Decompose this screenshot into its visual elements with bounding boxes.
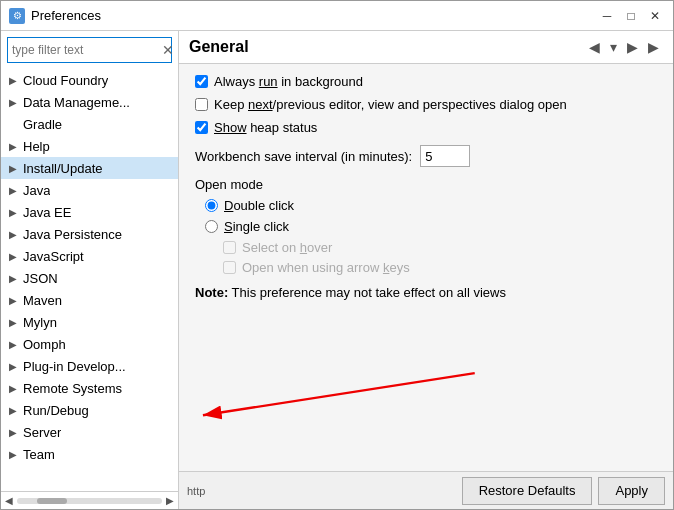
close-button[interactable]: ✕: [645, 7, 665, 25]
tree-arrow-icon: ▶: [9, 317, 21, 328]
tree-item-server[interactable]: ▶Server: [1, 421, 178, 443]
tree-item-label: Maven: [23, 293, 62, 308]
tree-item-team[interactable]: ▶Team: [1, 443, 178, 465]
checkbox-row-2: Keep next/previous editor, view and pers…: [195, 97, 657, 112]
tree-item-javapersistence[interactable]: ▶Java Persistence: [1, 223, 178, 245]
tree-item-cloudfoundry[interactable]: ▶Cloud Foundry: [1, 69, 178, 91]
content-area: ✕ ▶Cloud Foundry▶Data Manageme...Gradle▶…: [1, 31, 673, 509]
tree-arrow-icon: ▶: [9, 361, 21, 372]
bottom-buttons: Restore Defaults Apply: [462, 477, 665, 505]
tree-item-label: Cloud Foundry: [23, 73, 108, 88]
tree-item-maven[interactable]: ▶Maven: [1, 289, 178, 311]
search-box[interactable]: ✕: [7, 37, 172, 63]
radio-double-click: Double click: [205, 198, 657, 213]
open-mode-label: Open mode: [195, 177, 657, 192]
tree-item-rundebug[interactable]: ▶Run/Debug: [1, 399, 178, 421]
tree-item-oomph[interactable]: ▶Oomph: [1, 333, 178, 355]
right-header: General ◀ ▾ ▶ ▶: [179, 31, 673, 64]
open-arrow-keys-label: Open when using arrow keys: [242, 260, 410, 275]
double-click-radio[interactable]: [205, 199, 218, 212]
search-clear-icon[interactable]: ✕: [162, 43, 174, 57]
tree-item-mylyn[interactable]: ▶Mylyn: [1, 311, 178, 333]
tree-item-java[interactable]: ▶Java: [1, 179, 178, 201]
tree-item-installupdate[interactable]: ▶Install/Update: [1, 157, 178, 179]
tree-arrow-icon: ▶: [9, 449, 21, 460]
tree-arrow-icon: ▶: [9, 97, 21, 108]
nav-buttons: ◀ ▾ ▶ ▶: [585, 37, 663, 57]
tree-item-label: Team: [23, 447, 55, 462]
url-text: http: [187, 485, 205, 497]
tree-item-javaee[interactable]: ▶Java EE: [1, 201, 178, 223]
select-on-hover-row: Select on hover: [223, 240, 657, 255]
tree-item-label: Plug-in Develop...: [23, 359, 126, 374]
checkbox-row-1: Always run in background: [195, 74, 657, 89]
note-content: This preference may not take effect on a…: [232, 285, 506, 300]
scroll-track[interactable]: [17, 498, 162, 504]
tree-arrow-icon: ▶: [9, 339, 21, 350]
tree-arrow-icon: ▶: [9, 141, 21, 152]
always-run-label: Always run in background: [214, 74, 363, 89]
tree-item-datamanageme[interactable]: ▶Data Manageme...: [1, 91, 178, 113]
nav-forward-button[interactable]: ▶: [623, 37, 642, 57]
open-arrow-keys-row: Open when using arrow keys: [223, 260, 657, 275]
tree-item-label: JSON: [23, 271, 58, 286]
restore-defaults-button[interactable]: Restore Defaults: [462, 477, 593, 505]
tree-item-label: Oomph: [23, 337, 66, 352]
tree-item-label: Java Persistence: [23, 227, 122, 242]
tree-arrow-icon: ▶: [9, 427, 21, 438]
tree-item-label: JavaScript: [23, 249, 84, 264]
nav-forward2-button[interactable]: ▶: [644, 37, 663, 57]
checkbox-row-3: Show heap status: [195, 120, 657, 135]
double-click-label: Double click: [224, 198, 294, 213]
tree-item-gradle[interactable]: Gradle: [1, 113, 178, 135]
workbench-interval-input[interactable]: [420, 145, 470, 167]
sub-options: Select on hover Open when using arrow ke…: [223, 240, 657, 275]
tree-arrow-icon: ▶: [9, 273, 21, 284]
workbench-label: Workbench save interval (in minutes):: [195, 149, 412, 164]
window-title: Preferences: [31, 8, 591, 23]
tree-arrow-icon: ▶: [9, 75, 21, 86]
tree-item-label: Help: [23, 139, 50, 154]
tree-arrow-icon: ▶: [9, 185, 21, 196]
scroll-thumb[interactable]: [37, 498, 67, 504]
tree-arrow-icon: ▶: [9, 295, 21, 306]
workbench-save-row: Workbench save interval (in minutes):: [195, 145, 657, 167]
show-heap-checkbox[interactable]: [195, 121, 208, 134]
tree-arrow-icon: ▶: [9, 207, 21, 218]
window-controls: ─ □ ✕: [597, 7, 665, 25]
nav-dropdown-button[interactable]: ▾: [606, 37, 621, 57]
tree-arrow-icon: ▶: [9, 383, 21, 394]
tree-item-label: Java: [23, 183, 50, 198]
preferences-window: ⚙ Preferences ─ □ ✕ ✕ ▶Cloud Foundry▶Dat…: [0, 0, 674, 510]
always-run-checkbox[interactable]: [195, 75, 208, 88]
scroll-right-icon[interactable]: ▶: [166, 495, 174, 506]
tree-item-json[interactable]: ▶JSON: [1, 267, 178, 289]
left-panel: ✕ ▶Cloud Foundry▶Data Manageme...Gradle▶…: [1, 31, 179, 509]
open-arrow-keys-checkbox[interactable]: [223, 261, 236, 274]
tree-item-label: Java EE: [23, 205, 71, 220]
horizontal-scroll: ◀ ▶: [1, 491, 178, 509]
select-hover-checkbox[interactable]: [223, 241, 236, 254]
note-label: Note:: [195, 285, 228, 300]
bottom-bar: http Restore Defaults Apply: [179, 471, 673, 509]
tree-item-plugindevelop[interactable]: ▶Plug-in Develop...: [1, 355, 178, 377]
single-click-radio[interactable]: [205, 220, 218, 233]
maximize-button[interactable]: □: [621, 7, 641, 25]
tree-arrow-icon: ▶: [9, 229, 21, 240]
minimize-button[interactable]: ─: [597, 7, 617, 25]
title-bar: ⚙ Preferences ─ □ ✕: [1, 1, 673, 31]
tree-item-label: Install/Update: [23, 161, 103, 176]
nav-back-button[interactable]: ◀: [585, 37, 604, 57]
radio-single-click: Single click: [205, 219, 657, 234]
apply-button[interactable]: Apply: [598, 477, 665, 505]
window-icon: ⚙: [9, 8, 25, 24]
search-input[interactable]: [12, 43, 162, 57]
tree-item-help[interactable]: ▶Help: [1, 135, 178, 157]
tree-item-remotesystems[interactable]: ▶Remote Systems: [1, 377, 178, 399]
section-title: General: [189, 38, 249, 56]
keep-editor-checkbox[interactable]: [195, 98, 208, 111]
tree-item-label: Server: [23, 425, 61, 440]
tree-item-javascript[interactable]: ▶JavaScript: [1, 245, 178, 267]
scroll-left-icon[interactable]: ◀: [5, 495, 13, 506]
tree-arrow-icon: ▶: [9, 251, 21, 262]
